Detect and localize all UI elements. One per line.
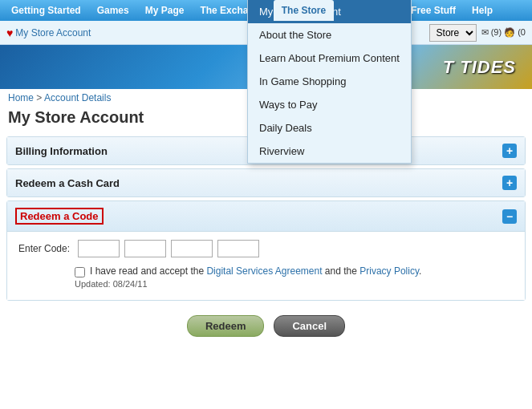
button-row: Redeem Cancel	[0, 304, 532, 343]
heart-icon: ♥	[6, 26, 13, 39]
privacy-policy-link[interactable]: Privacy Policy	[359, 265, 419, 277]
updated-text: Updated: 08/24/11	[75, 279, 514, 289]
dropdown-item-in-game-shopping[interactable]: In Game Shopping	[248, 70, 411, 93]
dropdown-item-about-the-store[interactable]: About the Store	[248, 23, 411, 47]
redeem-code-content: Enter Code: I have read and accept the D…	[7, 231, 525, 300]
digital-services-link[interactable]: Digital Services Agreement	[206, 265, 322, 277]
nav-help[interactable]: Help	[464, 0, 501, 21]
redeemcode-section: Redeem a Code − Enter Code: I have read …	[6, 200, 526, 301]
agreement-text: I have read and accept the Digital Servi…	[90, 265, 421, 277]
cashcard-section-header[interactable]: Redeem a Cash Card +	[7, 169, 525, 196]
my-store-account-link[interactable]: ♥ My Store Account	[6, 26, 91, 39]
store-select[interactable]: Store	[429, 24, 477, 42]
code-input-row: Enter Code:	[18, 240, 514, 257]
nav-getting-started[interactable]: Getting Started	[3, 0, 89, 21]
banner-text: T TIDES	[443, 57, 516, 78]
cashcard-title: Redeem a Cash Card	[15, 177, 120, 189]
dropdown-item-learn-about-premium[interactable]: Learn About Premium Content	[248, 47, 411, 70]
cashcard-expand-button[interactable]: +	[502, 176, 517, 190]
code-input-4[interactable]	[217, 240, 259, 257]
dropdown-menu: My Store Account About the Store Learn A…	[247, 0, 412, 164]
header-icons: ✉ (9) 🧑 (0	[481, 27, 526, 38]
dropdown-item-ways-to-pay[interactable]: Ways to Pay	[248, 93, 411, 116]
cancel-button[interactable]: Cancel	[274, 315, 345, 337]
agreement-checkbox-row: I have read and accept the Digital Servi…	[75, 265, 514, 277]
dropdown-item-daily-deals[interactable]: Daily Deals	[248, 116, 411, 140]
breadcrumb-home[interactable]: Home	[8, 92, 34, 103]
header-right: Store ✉ (9) 🧑 (0	[429, 24, 526, 42]
store-dropdown: My Store Account About the Store Learn A…	[247, 0, 412, 164]
enter-code-label: Enter Code:	[18, 243, 70, 254]
dropdown-item-riverview[interactable]: Riverview	[248, 140, 411, 163]
billing-title: Billing Information	[15, 145, 108, 157]
code-input-1[interactable]	[78, 240, 120, 257]
redeemcode-title: Redeem a Code	[15, 208, 104, 225]
cashcard-section: Redeem a Cash Card +	[6, 168, 526, 197]
nav-games[interactable]: Games	[89, 0, 137, 21]
nav-the-store[interactable]: The Store	[274, 0, 334, 21]
agreement-checkbox[interactable]	[75, 267, 85, 277]
breadcrumb-account-details[interactable]: Account Details	[44, 92, 111, 103]
nav-my-page[interactable]: My Page	[137, 0, 193, 21]
billing-expand-button[interactable]: +	[502, 144, 517, 158]
code-input-2[interactable]	[124, 240, 166, 257]
nav-free-stuff[interactable]: Free Stuff	[403, 0, 464, 21]
redeemcode-collapse-button[interactable]: −	[502, 209, 517, 224]
redeemcode-section-header[interactable]: Redeem a Code −	[7, 201, 525, 231]
code-input-3[interactable]	[171, 240, 213, 257]
redeem-button[interactable]: Redeem	[187, 315, 265, 337]
